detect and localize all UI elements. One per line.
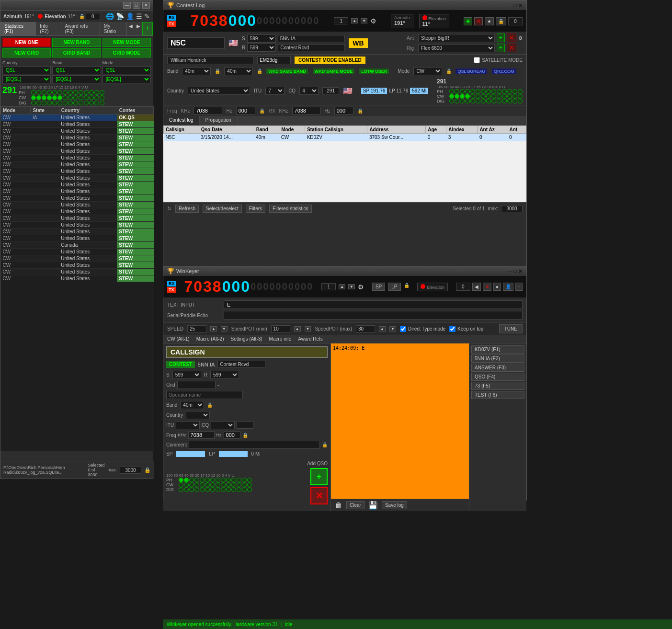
left-lock-input[interactable]	[86, 13, 100, 20]
wk-contest-rcvd[interactable]	[217, 361, 265, 368]
cq-num-input[interactable]	[322, 87, 339, 94]
globe-icon[interactable]: 🌐	[106, 12, 114, 20]
band-select2-left[interactable]: [EQSL][LOTW]	[52, 75, 101, 83]
log-row[interactable]: CW United States STEW	[1, 275, 154, 282]
antenna-icon[interactable]: 📡	[116, 12, 124, 20]
log-row[interactable]: CW United States STEW	[1, 235, 154, 242]
contest-maximize[interactable]: □	[513, 2, 517, 8]
log-row[interactable]: CW United States STEW	[1, 148, 154, 155]
macro-f3[interactable]: ANSWER (F3)	[471, 364, 524, 372]
macro-f5[interactable]: 73 (F5)	[471, 382, 524, 390]
mode-select-left[interactable]: QSL[EQSL][LOT9]	[103, 66, 151, 74]
speed-up[interactable]: ▲	[210, 326, 217, 332]
wk-operator-input[interactable]	[166, 391, 243, 399]
wk-grid-input[interactable]	[177, 381, 216, 389]
new-one-btn[interactable]: NEW ONE	[2, 38, 51, 47]
log-row[interactable]: CW United States STEW	[1, 182, 154, 188]
wk-lp-btn[interactable]: LP	[388, 283, 400, 291]
wk-country-select[interactable]	[186, 411, 210, 419]
operator-field[interactable]	[167, 56, 253, 64]
wk-comment-input[interactable]	[189, 441, 320, 449]
gear-icon-freq[interactable]: ⚙	[370, 17, 376, 25]
person-icon[interactable]: 👤	[126, 12, 134, 20]
freq-field[interactable]	[194, 107, 222, 114]
tab-mystation[interactable]: My Statio	[100, 22, 127, 35]
speed-down[interactable]: ▼	[221, 326, 228, 332]
rig-del-btn[interactable]: ✕	[507, 44, 516, 52]
tab-contest-log[interactable]: Contest log	[163, 116, 200, 125]
wk-freq-field[interactable]	[188, 431, 215, 439]
freq-spinner-down[interactable]: ▼	[361, 18, 367, 23]
pencil-icon[interactable]: ✎	[144, 12, 150, 20]
wk-menu-macro[interactable]: Macro (Alt-2)	[194, 336, 226, 342]
wk-menu-settings[interactable]: Settings (Alt-3)	[228, 336, 264, 342]
rig-select[interactable]: Flex 6600	[418, 44, 495, 52]
rx-hz-field[interactable]	[334, 107, 353, 114]
log-row[interactable]: CW United States STEW	[1, 188, 154, 195]
add-qso-btn[interactable]: +	[310, 468, 328, 485]
grid-band-btn[interactable]: GRID BAND	[52, 48, 101, 57]
log-row[interactable]: CW Canada STEW	[1, 242, 154, 249]
wk-spinner-up[interactable]: ▲	[339, 284, 345, 289]
log-row[interactable]: CW United States STEW	[1, 141, 154, 148]
log-row[interactable]: CW United States STEW	[1, 202, 154, 208]
lock-el-btn[interactable]: 🔒	[496, 17, 506, 25]
keep-on-top-checkbox[interactable]	[449, 326, 456, 332]
freq-spinner-up[interactable]: ▲	[351, 18, 358, 23]
left-minimize-btn[interactable]: —	[123, 2, 131, 9]
exchange-s-field[interactable]	[278, 35, 345, 42]
rx-freq-field[interactable]	[292, 107, 321, 114]
speed-pot-max-input[interactable]	[356, 325, 375, 332]
wk-el-input[interactable]	[456, 283, 470, 291]
log-row[interactable]: CW United States STEW	[1, 262, 154, 269]
wk-text-input[interactable]	[224, 300, 523, 309]
s-select[interactable]: 599	[247, 34, 276, 43]
wk-ctrl-x[interactable]: ✕	[483, 283, 491, 291]
log-row[interactable]: CW IA United States OK-QS	[1, 114, 154, 121]
mode-select2-left[interactable]: [EQSL][LOTW]	[103, 75, 151, 83]
log-row[interactable]: CW United States STEW	[1, 215, 154, 222]
satellite-checkbox[interactable]	[474, 57, 480, 63]
macro-f6[interactable]: TEST (F6)	[471, 391, 524, 399]
band-select-left[interactable]: QSL[EQSL][LOT9]	[52, 66, 101, 74]
cq-select[interactable]: 4	[299, 87, 319, 95]
wk-menu-macro-info[interactable]: Macro info	[267, 336, 294, 342]
log-row[interactable]: CW United States STEW	[1, 249, 154, 255]
contest-minimize[interactable]: —	[507, 2, 512, 8]
log-row[interactable]: CW United States STEW	[1, 121, 154, 128]
freq-hz-field[interactable]	[236, 107, 255, 114]
ant-add-btn[interactable]: +	[497, 34, 505, 42]
wk-itu-select[interactable]	[176, 421, 200, 429]
refresh-btn[interactable]: Refresh	[175, 205, 199, 213]
filters-btn[interactable]: Filters	[246, 205, 265, 213]
list-icon[interactable]: ☰	[136, 12, 142, 20]
wk-minimize[interactable]: —	[507, 268, 512, 274]
tab-award-refs[interactable]: Award refs (F3)	[61, 22, 100, 35]
wk-ctrl-up[interactable]: ↑	[515, 283, 523, 291]
speed-pot-min-input[interactable]	[271, 325, 290, 332]
left-max-input[interactable]	[120, 467, 141, 474]
el-input[interactable]	[508, 17, 523, 25]
itu-select[interactable]: 7	[265, 87, 285, 95]
wk-lp-input[interactable]	[219, 451, 248, 457]
wk-ctrl-person[interactable]: 👤	[503, 283, 513, 291]
log-row-1[interactable]: N5C 3/15/2020 14... 40m CW KD0ZV 3703 Sw…	[164, 134, 526, 141]
tab-statistics[interactable]: Statistics (F1)	[0, 22, 36, 35]
wk-menu-cw[interactable]: CW (Alt-1)	[165, 336, 192, 342]
macro-f2[interactable]: 5NN IA (F2)	[471, 355, 524, 363]
log-row[interactable]: CW United States STEW	[1, 135, 154, 141]
wk-ctrl-circle[interactable]: ●	[493, 283, 501, 291]
pot-min-up[interactable]: ▲	[294, 326, 301, 332]
r-select[interactable]: 599	[247, 44, 276, 52]
ant-select[interactable]: Steppir BigIR	[418, 34, 495, 42]
wk-cq-num[interactable]	[237, 422, 253, 429]
wk-close[interactable]: ✕	[518, 268, 523, 274]
wk-maximize[interactable]: □	[513, 268, 517, 274]
wk-r-select[interactable]: 599	[210, 371, 239, 379]
log-row[interactable]: CW United States STEW	[1, 128, 154, 135]
filtered-stats-btn[interactable]: Filtered statistics	[269, 205, 311, 213]
band-select-main[interactable]: 40m	[182, 67, 211, 75]
wk-cq-select[interactable]	[211, 421, 235, 429]
pot-max-down[interactable]: ▼	[389, 326, 396, 332]
wk-freq-num[interactable]	[321, 283, 336, 290]
